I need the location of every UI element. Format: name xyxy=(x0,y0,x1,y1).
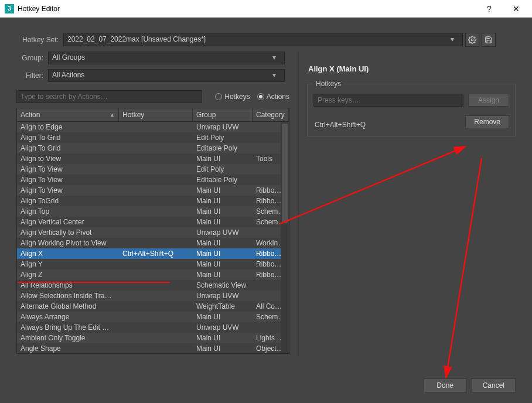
table-row[interactable]: Align To ViewEdit Poly xyxy=(17,164,289,175)
cell-group: Main UI xyxy=(193,333,253,343)
hotkey-set-label: Hotkey Set: xyxy=(16,36,59,44)
cell-hotkey xyxy=(119,295,193,296)
cell-hotkey xyxy=(119,348,193,349)
table-row[interactable]: Align To ViewMain UIRibbon - M xyxy=(17,185,289,196)
cell-action: Align to Edge xyxy=(17,122,119,132)
cell-hotkey xyxy=(119,190,193,191)
radio-hotkeys-label: Hotkeys xyxy=(224,93,250,101)
table-row[interactable]: Align To GridEdit Poly xyxy=(17,132,289,143)
table-row[interactable]: Align YMain UIRibbon - M xyxy=(17,259,289,269)
cell-group: Main UI xyxy=(193,270,253,279)
cell-hotkey xyxy=(119,232,193,233)
cell-action: Align Vertically to Pivot xyxy=(17,228,119,237)
table-row[interactable]: Always ArrangeMain UISchematic xyxy=(17,312,289,322)
table-row[interactable]: Ambient Only ToggleMain UILights and xyxy=(17,333,289,343)
cell-hotkey xyxy=(119,179,193,180)
cell-group: Editable Poly xyxy=(193,144,253,153)
table-row[interactable]: Align To ViewEditable Poly xyxy=(17,175,289,185)
table-row[interactable]: Align Vertical CenterMain UISchematic xyxy=(17,217,289,227)
cell-action: Align Z xyxy=(17,270,119,279)
close-button[interactable]: ✕ xyxy=(503,0,530,18)
cell-hotkey xyxy=(119,158,193,159)
gear-icon xyxy=(468,36,476,44)
cell-action: Align Y xyxy=(17,259,119,269)
cell-hotkey xyxy=(119,137,193,138)
cell-hotkey xyxy=(119,337,193,339)
table-row[interactable]: Align To GridEditable Poly xyxy=(17,143,289,153)
cell-group: Unwrap UVW xyxy=(193,323,253,332)
table-row[interactable]: Allow Selections Inside Tranform …Unwrap… xyxy=(17,291,289,301)
group-select[interactable]: All Groups ▾ xyxy=(48,52,285,64)
content-area: Hotkey Set: 2022_02_07_2022max [Unsaved … xyxy=(0,18,532,403)
filter-select[interactable]: All Actions ▾ xyxy=(48,69,285,82)
remove-button[interactable]: Remove xyxy=(465,115,509,128)
chevron-down-icon: ▾ xyxy=(272,71,282,80)
cell-action: Always Bring Up The Edit Window xyxy=(17,323,119,332)
titlebar: 3 Hotkey Editor ? ✕ xyxy=(0,0,532,18)
radio-hotkeys[interactable]: Hotkeys xyxy=(215,93,250,101)
col-group[interactable]: Group xyxy=(193,108,253,121)
cell-action: Ambient Only Toggle xyxy=(17,333,119,343)
assign-button[interactable]: Assign xyxy=(468,94,509,107)
chevron-down-icon: ▾ xyxy=(272,53,282,63)
help-button[interactable]: ? xyxy=(476,0,503,18)
cell-action: Align Top xyxy=(17,207,119,216)
cell-action: Allow Selections Inside Tranform … xyxy=(17,291,119,300)
group-label: Group: xyxy=(16,54,43,62)
table-header: Action▲ Hotkey Group Category xyxy=(17,108,289,122)
search-input[interactable] xyxy=(16,90,202,103)
table-row[interactable]: Align ToGridMain UIRibbon - M xyxy=(17,196,289,206)
cell-action: Align to View xyxy=(17,154,119,163)
table-row[interactable]: Align to EdgeUnwrap UVW xyxy=(17,122,289,132)
cancel-button[interactable]: Cancel xyxy=(472,378,516,392)
cell-action: Align To View xyxy=(17,186,119,195)
table-row[interactable]: Align Vertically to PivotUnwrap UVW xyxy=(17,227,289,238)
cell-group: Editable Poly xyxy=(193,175,253,185)
cell-group: Unwrap UVW xyxy=(193,291,253,300)
hotkey-set-value: 2022_02_07_2022max [Unsaved Changes*] xyxy=(67,35,206,43)
cell-group: Schematic View xyxy=(193,281,253,290)
scrollbar-thumb[interactable] xyxy=(282,124,288,223)
col-category[interactable]: Category xyxy=(253,108,289,121)
cell-action: Align To Grid xyxy=(17,133,119,142)
cell-action: Align Vertical Center xyxy=(17,217,119,227)
save-icon xyxy=(485,36,493,44)
cell-group: Main UI xyxy=(193,344,253,353)
table-row[interactable]: Align XCtrl+Alt+Shift+QMain UIRibbon - M xyxy=(17,248,289,259)
col-action[interactable]: Action▲ xyxy=(17,108,119,121)
left-pane: Group: All Groups ▾ Filter: All Actions … xyxy=(16,52,299,356)
cell-group: Main UI xyxy=(193,186,253,195)
right-pane: Align X (Main UI) Hotkeys Assign Ctrl+Al… xyxy=(299,52,516,356)
cell-action: Alternate Global Method xyxy=(17,302,119,311)
table-row[interactable]: Align to ViewMain UITools xyxy=(17,153,289,164)
cell-hotkey xyxy=(119,221,193,223)
cell-group: Main UI xyxy=(193,217,253,227)
col-hotkey[interactable]: Hotkey xyxy=(119,108,193,121)
cell-hotkey xyxy=(119,285,193,286)
cell-action: Align To Grid xyxy=(17,144,119,153)
settings-button[interactable] xyxy=(465,33,479,47)
table-row[interactable]: Align Working Pivot to ViewMain UIWorkin… xyxy=(17,238,289,248)
radio-actions[interactable]: Actions xyxy=(257,93,289,101)
radio-actions-label: Actions xyxy=(267,93,289,101)
actions-table: Action▲ Hotkey Group Category Align to E… xyxy=(16,108,289,354)
cell-hotkey xyxy=(119,264,193,265)
done-button[interactable]: Done xyxy=(424,378,467,392)
table-row[interactable]: Always Bring Up The Edit WindowUnwrap UV… xyxy=(17,322,289,333)
app-icon: 3 xyxy=(5,4,14,13)
cell-hotkey xyxy=(119,200,193,202)
group-value: All Groups xyxy=(52,53,85,62)
cell-group: Main UI xyxy=(193,249,253,258)
table-row[interactable]: Align TopMain UISchematic xyxy=(17,206,289,217)
table-row[interactable]: Align ZMain UIRibbon - M xyxy=(17,269,289,280)
hotkey-set-row: Hotkey Set: 2022_02_07_2022max [Unsaved … xyxy=(16,33,516,47)
hotkey-set-select[interactable]: 2022_02_07_2022max [Unsaved Changes*] ▾ xyxy=(63,33,463,46)
press-keys-input[interactable] xyxy=(313,94,463,107)
scrollbar[interactable] xyxy=(281,122,289,353)
table-row[interactable]: Alternate Global MethodWeightTableAll Co… xyxy=(17,301,289,312)
cell-group: Main UI xyxy=(193,207,253,216)
table-row[interactable]: Angle ShapeMain UIObjects Sh xyxy=(17,343,289,354)
chevron-down-icon: ▾ xyxy=(451,35,460,45)
cell-action: Align ToGrid xyxy=(17,196,119,206)
save-button[interactable] xyxy=(482,33,496,47)
